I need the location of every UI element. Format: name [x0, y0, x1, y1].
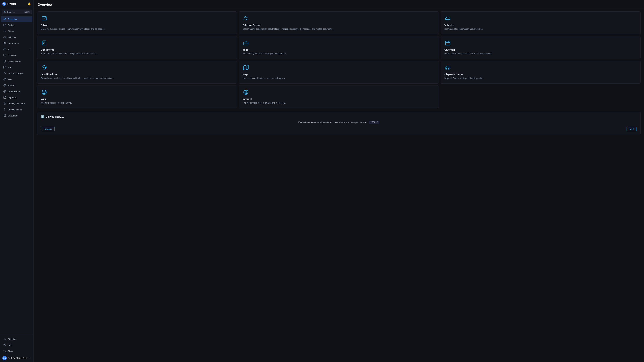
card-title: Citizens Search — [242, 24, 435, 26]
card-title: Jobs — [242, 48, 435, 51]
globe-icon — [3, 84, 6, 87]
dyk-text: FiveNet has a command palette for power … — [298, 121, 367, 123]
sidebar-item-qualifications[interactable]: Qualifications — [1, 58, 32, 64]
card-desc: Expand your knowledge by taking qualific… — [41, 77, 233, 80]
card-jobs[interactable]: Jobs Infos about your job and employee m… — [239, 36, 439, 59]
home-icon — [3, 17, 6, 21]
sidebar-item-calculator[interactable]: Calculator — [1, 113, 32, 119]
map-card-icon — [242, 64, 249, 71]
dyk-shortcut-badge: CTRL+K — [369, 121, 379, 124]
shield-icon — [3, 60, 6, 63]
clipboard-icon — [3, 96, 6, 99]
sidebar-item-dispatch-center[interactable]: Dispatch Center — [1, 70, 32, 76]
card-map[interactable]: Map Live position of dispatches and your… — [239, 61, 439, 84]
calc-icon — [3, 114, 6, 117]
sidebar-item-calendar[interactable]: Calendar — [1, 52, 32, 58]
card-dispatch-center[interactable]: Dispatch Center Dispatch Center, for dis… — [440, 61, 641, 84]
user-menu-icon[interactable]: ⋮ — [29, 357, 31, 360]
card-title: Calendar — [444, 48, 637, 51]
svg-point-19 — [4, 91, 5, 92]
card-wiki[interactable]: Wiki Wiki for simple knowledge sharing. — [37, 85, 237, 108]
svg-marker-11 — [4, 66, 6, 68]
sidebar-item-internet[interactable]: Internet — [1, 83, 32, 88]
sidebar-item-label: Clipboard — [8, 96, 17, 99]
sidebar-item-citizen[interactable]: Citizen — [1, 28, 32, 34]
card-email[interactable]: E-Mail E-Mail for quick and simple commu… — [37, 11, 237, 34]
people-card-icon — [242, 15, 249, 22]
sidebar-item-label: Overview — [8, 18, 17, 20]
card-title: Documents — [41, 48, 233, 51]
calendar-card-icon — [444, 39, 451, 46]
app-name: FiveNet — [8, 2, 16, 5]
svg-rect-46 — [42, 41, 46, 45]
sidebar-item-label: E-Mail — [8, 24, 14, 26]
svg-marker-49 — [42, 65, 46, 68]
sidebar-item-label: Internet — [8, 84, 15, 87]
card-desc: Search and create Documents, using templ… — [41, 52, 233, 55]
sidebar-item-label: Calendar — [8, 54, 16, 57]
dispatch-icon — [3, 72, 6, 75]
sidebar-item-wiki[interactable]: Wiki — [1, 77, 32, 82]
sidebar-item-body-checkup[interactable]: Body Checkup — [1, 107, 32, 113]
svg-point-14 — [4, 73, 4, 74]
dispatch-car-card-icon — [444, 64, 451, 71]
sidebar-item-label: Penalty Calculator — [8, 102, 26, 105]
globe-card-icon — [242, 89, 249, 95]
bottom-nav-items: Statistics Help About — [0, 336, 33, 354]
card-title: Vehicles — [444, 24, 637, 26]
mail-card-icon — [41, 15, 48, 22]
svg-point-2 — [4, 4, 5, 5]
sidebar-item-penalty-calculator[interactable]: Penalty Calculator — [1, 101, 32, 107]
card-calendar[interactable]: Calendar Public, private and job events … — [440, 36, 641, 59]
gear-icon — [3, 90, 6, 93]
car-icon — [3, 36, 6, 39]
card-title: E-Mail — [41, 24, 233, 26]
card-desc: Dispatch Center, for dispatching Dispatc… — [444, 77, 637, 80]
wiki-icon — [3, 78, 6, 81]
card-qualifications[interactable]: Qualifications Expand your knowledge by … — [37, 61, 237, 84]
svg-point-1 — [4, 3, 5, 4]
card-desc: Search and find information about Vehicl… — [444, 27, 637, 30]
info-icon: ℹ️ — [41, 115, 44, 118]
sidebar-item-statistics[interactable]: Statistics — [1, 336, 32, 342]
sidebar-item-documents[interactable]: Documents — [1, 40, 32, 46]
sidebar-item-control-panel[interactable]: Control Panel — [1, 89, 32, 94]
dyk-title: Did you know...? — [46, 115, 64, 118]
notifications-icon[interactable]: 🔔 — [28, 2, 31, 5]
sidebar-item-about[interactable]: About — [1, 348, 32, 354]
sidebar-header: FiveNet 🔔 — [0, 0, 33, 8]
search-box[interactable]: 🔍 Search... Ctrl K — [2, 9, 32, 14]
card-desc: The World Wide Web, in smaller and more … — [242, 101, 435, 104]
svg-rect-8 — [4, 42, 6, 44]
did-you-know-section: ℹ️ Did you know...? FiveNet has a comman… — [37, 112, 641, 135]
svg-rect-47 — [244, 42, 248, 45]
svg-point-15 — [5, 73, 6, 74]
svg-point-0 — [3, 3, 4, 4]
previous-button[interactable]: Previous — [41, 127, 55, 131]
sidebar-item-label: Dispatch Center — [8, 72, 23, 75]
svg-point-42 — [247, 17, 248, 18]
card-desc: E-Mail for quick and simple communicatio… — [41, 27, 233, 30]
sidebar-item-vehicles[interactable]: Vehicles — [1, 34, 32, 40]
sidebar-item-label: Citizen — [8, 30, 14, 32]
page-title: Overview — [38, 3, 640, 6]
sidebar-item-clipboard[interactable]: Clipboard — [1, 95, 32, 100]
sidebar-item-label: Help — [8, 344, 12, 347]
card-desc: Public, private and job events all in th… — [444, 52, 637, 55]
user-row[interactable]: PS Prof. Dr. Philipp Scott ⋮ — [0, 354, 33, 362]
sidebar-item-email[interactable]: E-Mail — [1, 22, 32, 28]
dyk-content: FiveNet has a command palette for power … — [41, 121, 636, 124]
card-vehicles[interactable]: Vehicles Search and find information abo… — [440, 11, 641, 34]
sidebar-item-job[interactable]: Job › — [1, 46, 32, 52]
sidebar-item-help[interactable]: Help — [1, 342, 32, 348]
card-internet[interactable]: Internet The World Wide Web, in smaller … — [239, 85, 439, 108]
sidebar-item-label: Statistics — [8, 338, 16, 340]
next-button[interactable]: Next — [626, 127, 636, 131]
wiki-card-icon — [41, 89, 48, 95]
sidebar-item-map[interactable]: Map — [1, 64, 32, 70]
card-citizens-search[interactable]: Citizens Search Search and find informat… — [239, 11, 439, 34]
sidebar-item-overview[interactable]: Overview — [1, 16, 32, 22]
bar-chart-icon — [3, 338, 6, 341]
card-documents[interactable]: Documents Search and create Documents, u… — [37, 36, 237, 59]
search-icon: 🔍 — [4, 11, 6, 13]
